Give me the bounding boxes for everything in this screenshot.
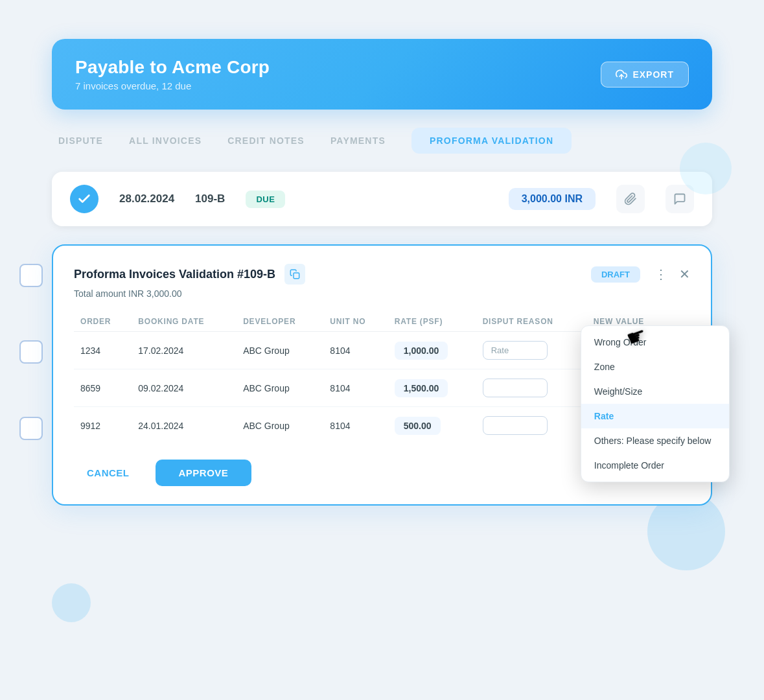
dropdown-item-zone[interactable]: Zone <box>581 355 729 379</box>
row3-unit-no: 8104 <box>323 407 388 445</box>
invoice-status: DUE <box>246 191 285 208</box>
chat-button[interactable] <box>666 185 694 213</box>
dropdown-item-incomplete[interactable]: Incomplete Order <box>581 453 729 478</box>
proforma-table: ORDER BOOKING DATE DEVELOPER UNIT NO RAT… <box>74 312 690 444</box>
row2-developer: ABC Group <box>237 369 323 407</box>
row3-developer: ABC Group <box>237 407 323 445</box>
row1-order: 1234 <box>74 332 132 369</box>
header-subtitle: 7 invoices overdue, 12 due <box>75 80 270 91</box>
modal-subtitle: Total amount INR 3,000.00 <box>74 288 690 299</box>
tab-all-invoices[interactable]: ALL INVOICES <box>129 129 202 152</box>
modal-outer: Proforma Invoices Validation #109-B DRAF… <box>52 244 712 506</box>
modal-header: Proforma Invoices Validation #109-B DRAF… <box>74 264 690 285</box>
cancel-button[interactable]: CANCEL <box>74 461 143 485</box>
row1-developer: ABC Group <box>237 332 323 369</box>
row3-disput-reason[interactable] <box>476 407 587 445</box>
table-row: 1234 17.02.2024 ABC Group 8104 1,000.00 … <box>74 332 690 369</box>
dispute-reason-input-1[interactable] <box>483 341 548 360</box>
cloud-upload-icon <box>616 69 627 80</box>
paperclip-icon <box>624 192 637 205</box>
tab-payments[interactable]: PAYMENTS <box>330 129 386 152</box>
dispute-reason-input-3[interactable] <box>483 416 548 435</box>
left-checkboxes <box>19 264 43 440</box>
dropdown-item-wrong-order[interactable]: Wrong Order <box>581 330 729 355</box>
header-card: Payable to Acme Corp 7 invoices overdue,… <box>52 39 712 110</box>
row3-rate: 500.00 <box>388 407 476 445</box>
col-order: ORDER <box>74 312 132 332</box>
check-icon <box>77 192 91 206</box>
tabs-row: DISPUTE ALL INVOICES CREDIT NOTES PAYMEN… <box>52 128 712 154</box>
col-disput-reason: DISPUT REASON <box>476 312 587 332</box>
checkbox-1[interactable] <box>19 264 43 287</box>
col-rate-psf: RATE (PSF) <box>388 312 476 332</box>
invoice-row: 28.02.2024 109-B DUE 3,000.00 INR <box>52 172 712 226</box>
tab-credit-notes[interactable]: CREDIT NOTES <box>227 129 305 152</box>
header-left: Payable to Acme Corp 7 invoices overdue,… <box>75 57 270 91</box>
close-button[interactable]: ✕ <box>679 266 690 282</box>
export-label: EXPORT <box>632 69 674 80</box>
dispute-reason-input-2[interactable] <box>483 379 548 397</box>
modal-card: Proforma Invoices Validation #109-B DRAF… <box>52 244 712 506</box>
copy-icon <box>290 269 300 279</box>
invoice-amount: 3,000.00 INR <box>509 188 596 210</box>
dropdown-item-others[interactable]: Others: Please specify below <box>581 428 729 453</box>
dispute-dropdown: Wrong Order Zone Weight/Size Rate Others… <box>581 325 730 482</box>
check-circle[interactable] <box>70 185 98 213</box>
dropdown-item-rate[interactable]: Rate <box>581 404 729 428</box>
row2-disput-reason[interactable] <box>476 369 587 407</box>
row3-order: 9912 <box>74 407 132 445</box>
row1-unit-no: 8104 <box>323 332 388 369</box>
invoice-number: 109-B <box>195 192 225 205</box>
invoice-date: 28.02.2024 <box>119 192 174 205</box>
row1-disput-reason[interactable]: Wrong Order Zone Weight/Size Rate Others… <box>476 332 587 369</box>
checkbox-2[interactable] <box>19 340 43 364</box>
row2-booking-date: 09.02.2024 <box>132 369 237 407</box>
approve-button[interactable]: APPROVE <box>156 460 252 486</box>
checkbox-3[interactable] <box>19 417 43 440</box>
tab-proforma-validation[interactable]: PROFORMA VALIDATION <box>411 128 572 154</box>
header-title: Payable to Acme Corp <box>75 57 270 78</box>
copy-button[interactable] <box>284 264 305 285</box>
dropdown-item-weight-size[interactable]: Weight/Size <box>581 379 729 404</box>
svg-rect-1 <box>294 273 299 279</box>
col-developer: DEVELOPER <box>237 312 323 332</box>
draft-badge: DRAFT <box>591 266 640 283</box>
more-options-button[interactable]: ⋮ <box>649 265 673 283</box>
row2-rate: 1,500.00 <box>388 369 476 407</box>
row1-booking-date: 17.02.2024 <box>132 332 237 369</box>
export-button[interactable]: EXPORT <box>601 62 689 88</box>
modal-top-actions: ⋮ ✕ <box>649 265 690 283</box>
row2-unit-no: 8104 <box>323 369 388 407</box>
col-unit-no: UNIT NO <box>323 312 388 332</box>
row2-order: 8659 <box>74 369 132 407</box>
col-booking-date: BOOKING DATE <box>132 312 237 332</box>
row3-booking-date: 24.01.2024 <box>132 407 237 445</box>
tab-dispute[interactable]: DISPUTE <box>58 129 103 152</box>
modal-title: Proforma Invoices Validation #109-B <box>74 268 275 281</box>
attachment-button[interactable] <box>616 185 645 213</box>
row1-rate: 1,000.00 <box>388 332 476 369</box>
chat-icon <box>673 192 686 205</box>
